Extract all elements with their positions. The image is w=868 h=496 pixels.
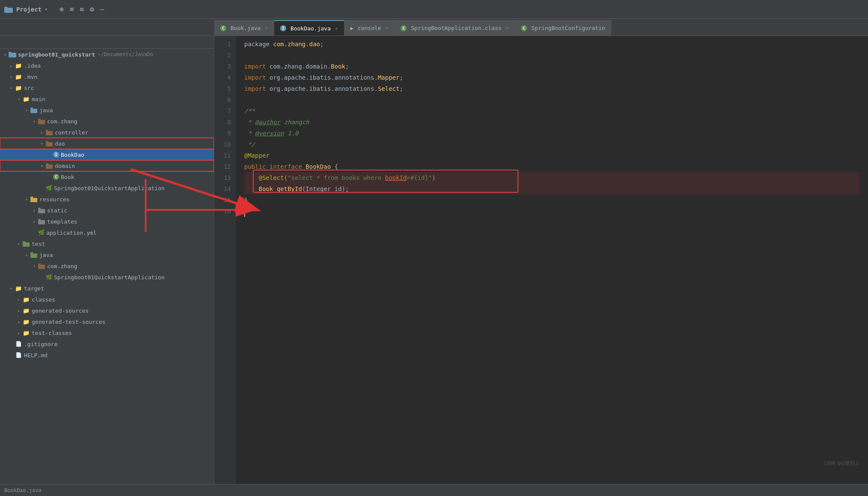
tree-item-gitignore[interactable]: 📄 .gitignore	[0, 338, 214, 350]
tree-label-templates: templates	[47, 218, 77, 225]
tab-close-bookdao[interactable]: ✕	[335, 26, 338, 31]
align-icon[interactable]: ≡	[70, 5, 74, 13]
tree-item-test[interactable]: test	[0, 238, 214, 249]
tree-label-book: Book	[61, 174, 74, 180]
align2-icon[interactable]: ≡	[80, 5, 84, 13]
tree-item-root[interactable]: springboot01_quickstart ~/Documents/Java…	[0, 49, 214, 60]
tree-item-application[interactable]: 🌿 application.yml	[0, 227, 214, 238]
tree-label-domain: domain	[55, 163, 75, 169]
tree-label-test-comzhang: com.zhang	[47, 263, 77, 269]
tree-item-comzhang[interactable]: com.zhang	[0, 116, 214, 127]
tree-item-gen-test-sources[interactable]: 📁 generated-test-sources	[0, 316, 214, 327]
tab-label-bookdao: BookDao.java	[290, 25, 331, 32]
tree-item-resources[interactable]: resources	[0, 194, 214, 205]
svg-rect-1	[4, 7, 8, 9]
svg-rect-3	[9, 52, 12, 54]
tree-label-test: test	[32, 241, 45, 247]
tree-item-idea[interactable]: 📁 .idea	[0, 60, 214, 71]
tab-springboot-class[interactable]: C SpringBootApplication.class ✕	[395, 20, 515, 36]
tree-item-springapp[interactable]: 🌿 Springboot01QuickstartApplication	[0, 182, 214, 194]
arrow-idea	[8, 63, 15, 68]
code-editor[interactable]: package com.zhang.dao; import com.zhang.…	[236, 36, 868, 484]
tree-item-help[interactable]: 📄 HELP.md	[0, 350, 214, 361]
svg-rect-13	[46, 163, 48, 165]
tree-item-static[interactable]: static	[0, 205, 214, 216]
arrow-test-java	[23, 253, 30, 257]
tree-item-mvn[interactable]: 📁 .mvn	[0, 71, 214, 82]
svg-rect-20	[23, 242, 30, 247]
tree-item-test-java[interactable]: java	[0, 249, 214, 260]
code-line-5: import org.apache.ibatis.annotations.Sel…	[244, 83, 859, 94]
code-line-16: ​	[244, 206, 859, 217]
tab-console[interactable]: ▶ console ✕	[344, 20, 395, 36]
folder-test-classes-icon: 📁	[22, 330, 30, 336]
svg-rect-22	[30, 254, 37, 258]
folder-test-icon	[22, 241, 30, 247]
tree-item-gen-sources[interactable]: 📁 generated-sources	[0, 305, 214, 316]
folder-idea-icon: 📁	[15, 63, 22, 69]
navigate-icon[interactable]: ⊕	[60, 5, 64, 13]
tree-label-controller: controller	[55, 129, 88, 136]
arrow-gen-test-sources	[15, 320, 22, 324]
tree-item-templates[interactable]: templates	[0, 216, 214, 227]
code-line-2	[244, 50, 859, 61]
tree-item-domain[interactable]: domain	[0, 160, 214, 171]
svg-rect-23	[30, 252, 33, 254]
tree-label-bookdao: BookDao	[61, 152, 84, 158]
tree-label-java: java	[39, 107, 53, 114]
tree-label-test-java: java	[39, 252, 53, 258]
svg-rect-17	[38, 208, 41, 209]
tree-item-test-comzhang[interactable]: com.zhang	[0, 260, 214, 272]
tree-item-target[interactable]: 📁 target	[0, 283, 214, 294]
arrow-main	[15, 97, 22, 102]
tree-label-gitignore: .gitignore	[24, 341, 57, 347]
tab-close-springapp[interactable]: ✕	[506, 25, 509, 31]
tree-item-src[interactable]: 📁 src	[0, 82, 214, 93]
settings-icon[interactable]: ⚙	[90, 5, 94, 13]
folder-templates-icon	[38, 218, 45, 224]
arrow-mvn	[8, 75, 15, 79]
svg-rect-4	[30, 109, 37, 113]
status-text: BookDao.java	[4, 487, 42, 493]
tree-item-dao[interactable]: dao	[0, 138, 214, 149]
arrow-test-classes	[15, 331, 22, 335]
watermark: CSDN @信楚刻义	[823, 458, 859, 469]
arrow-resources	[23, 197, 30, 202]
tab-book-java[interactable]: C Book.java ✕	[214, 20, 274, 36]
tab-icon-config: C	[521, 25, 527, 31]
tree-item-book[interactable]: C Book	[0, 171, 214, 182]
svg-rect-14	[30, 198, 37, 202]
tab-springboot-config[interactable]: C SpringBootConfiguratio	[515, 20, 611, 36]
code-line-9: * @version 1.0	[244, 128, 859, 139]
project-dropdown-icon[interactable]: ▾	[45, 7, 48, 12]
svg-rect-21	[23, 241, 25, 243]
tab-close-console[interactable]: ✕	[386, 25, 389, 31]
folder-main-icon: 📁	[22, 96, 30, 102]
tree-label-test-springapp: Springboot01QuickstartApplication	[54, 274, 165, 281]
code-line-6	[244, 94, 859, 105]
tree-item-test-springapp[interactable]: 🌿 Springboot01QuickstartApplication	[0, 272, 214, 283]
tree-item-java[interactable]: java	[0, 105, 214, 116]
tree-item-classes[interactable]: 📁 classes	[0, 294, 214, 305]
arrow-root	[2, 52, 9, 57]
badge-book: C	[53, 174, 59, 180]
tab-label-book: Book.java	[230, 25, 260, 31]
folder-comzhang-icon	[38, 118, 45, 124]
folder-test-java-icon	[30, 252, 38, 258]
tabs-bar: C Book.java ✕ I BookDao.java ✕ ▶ console…	[0, 19, 868, 36]
tab-close-book[interactable]: ✕	[265, 25, 268, 31]
tree-item-bookdao[interactable]: I BookDao	[0, 149, 214, 160]
tree-label-classes: classes	[32, 296, 55, 303]
tab-label-springapp: SpringBootApplication.class	[411, 25, 501, 31]
folder-mvn-icon: 📁	[15, 74, 22, 80]
tree-item-controller[interactable]: controller	[0, 127, 214, 138]
tree-item-test-classes[interactable]: 📁 test-classes	[0, 327, 214, 338]
tab-bookdao-java[interactable]: I BookDao.java ✕	[274, 20, 344, 36]
tree-item-main[interactable]: 📁 main	[0, 93, 214, 105]
tab-icon-springapp: C	[401, 25, 407, 31]
minimize-icon[interactable]: —	[100, 5, 105, 13]
tree-label-src: src	[24, 85, 34, 91]
code-line-3: import com.zhang.domain.Book;	[244, 61, 859, 72]
tree-label-comzhang: com.zhang	[47, 118, 77, 125]
svg-rect-12	[46, 164, 53, 169]
